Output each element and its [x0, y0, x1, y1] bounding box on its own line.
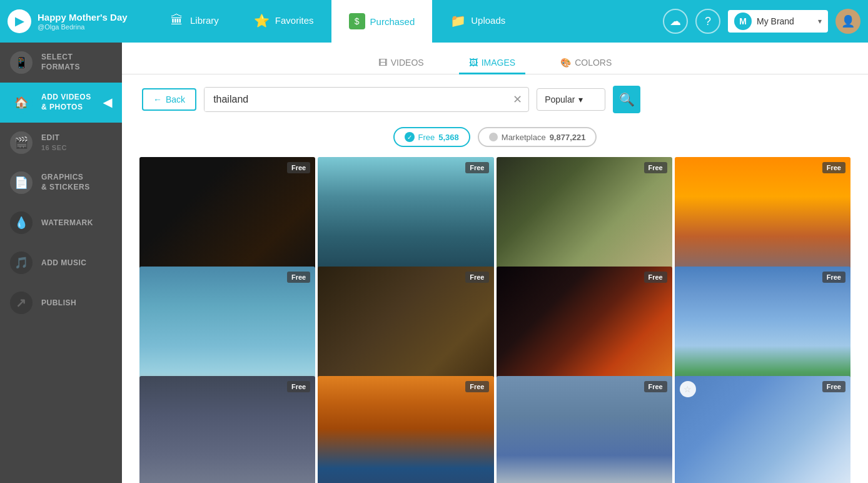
uploads-icon: 📁 [450, 13, 466, 29]
videos-tab-icon: 🎞 [378, 58, 387, 68]
clear-search-button[interactable]: ✕ [507, 93, 528, 106]
graphics-icon: 📄 [10, 171, 33, 194]
tab-library-label: Library [190, 15, 219, 26]
free-label: Free [418, 133, 435, 142]
select-formats-label: SELECT FORMATS [41, 53, 80, 72]
favorite-star-button-12[interactable]: ☆ [680, 381, 696, 397]
sidebar-item-publish[interactable]: ↗ PUBLISH [0, 283, 122, 323]
free-check-icon: ✓ [405, 132, 415, 142]
brand-name: My Brand [757, 16, 813, 26]
help-icon: ? [705, 15, 711, 28]
image-item-11[interactable]: Free [497, 376, 672, 483]
help-button[interactable]: ? [695, 9, 720, 34]
app-logo-icon: ▶ [8, 9, 31, 33]
marketplace-dot-icon [489, 133, 498, 141]
tab-images[interactable]: 🖼 IMAGES [459, 53, 525, 74]
brand-initial: M [734, 13, 752, 30]
sidebar: 📱 SELECT FORMATS 🏠 ADD VIDEOS & PHOTOS ◀… [0, 43, 122, 483]
edit-label: EDIT 16 sec [41, 133, 67, 152]
user-avatar[interactable]: 👤 [835, 9, 860, 34]
image-grid: Free Free Free Free Free Free Free Fre [122, 157, 868, 483]
free-badge-5: Free [287, 272, 310, 283]
tab-library[interactable]: 🏛 Library [151, 0, 236, 43]
tab-videos[interactable]: 🎞 VIDEOS [368, 53, 434, 74]
colors-tab-label: COLORS [575, 58, 612, 68]
favorites-icon: ⭐ [254, 13, 270, 29]
free-badge-6: Free [465, 272, 488, 283]
publish-icon: ↗ [10, 292, 33, 314]
tab-uploads-label: Uploads [471, 15, 505, 26]
marketplace-count: 9,877,221 [550, 133, 586, 142]
cloud-button[interactable]: ☁ [663, 9, 688, 34]
library-icon: 🏛 [169, 13, 185, 29]
tab-purchased-label: Purchased [370, 16, 415, 27]
brand-logo: ▶ Happy Mother's Day @Olga Bedrina [8, 9, 151, 33]
free-badge-9: Free [287, 381, 310, 392]
free-badge-8: Free [822, 272, 845, 283]
marketplace-label: Marketplace [502, 133, 546, 142]
filter-marketplace[interactable]: Marketplace 9,877,221 [478, 127, 597, 147]
sidebar-item-add-videos[interactable]: 🏠 ADD VIDEOS & PHOTOS ◀ [0, 83, 122, 123]
search-area: ← Back ✕ Popular ▾ 🔍 [122, 74, 868, 125]
top-nav: ▶ Happy Mother's Day @Olga Bedrina 🏛 Lib… [0, 0, 868, 43]
nav-tabs: 🏛 Library ⭐ Favorites $ Purchased 📁 Uplo… [151, 0, 663, 43]
app-title-group: Happy Mother's Day @Olga Bedrina [38, 12, 128, 31]
publish-label: PUBLISH [41, 298, 76, 307]
add-videos-icon: 🏠 [10, 91, 33, 114]
free-badge-12: Free [822, 381, 845, 392]
free-badge-2: Free [465, 162, 488, 173]
sidebar-item-edit[interactable]: 🎬 EDIT 16 sec [0, 123, 122, 163]
sort-dropdown[interactable]: Popular ▾ [537, 88, 605, 111]
select-formats-icon: 📱 [10, 51, 33, 74]
tab-favorites-label: Favorites [275, 15, 314, 26]
images-tab-icon: 🖼 [469, 58, 478, 68]
sidebar-item-add-music[interactable]: 🎵 ADD MUSIC [0, 243, 122, 283]
chevron-down-icon: ▾ [818, 17, 822, 26]
tab-favorites[interactable]: ⭐ Favorites [236, 0, 331, 43]
brand-selector[interactable]: M My Brand ▾ [728, 10, 828, 33]
image-item-9[interactable]: Free [139, 376, 315, 483]
filter-free[interactable]: ✓ Free 5,368 [393, 127, 470, 147]
nav-right: ☁ ? M My Brand ▾ 👤 [663, 9, 860, 34]
search-box: ✕ [204, 87, 529, 112]
app-subtitle: @Olga Bedrina [38, 23, 128, 31]
add-music-label: ADD MUSIC [41, 258, 87, 267]
image-item-12[interactable]: ☆ Free ADD PREVIEW [675, 376, 850, 483]
app-title: Happy Mother's Day [38, 12, 128, 23]
cloud-icon: ☁ [670, 14, 681, 28]
videos-tab-label: VIDEOS [391, 58, 424, 68]
graphics-label: GRAPHICS & STICKERS [41, 173, 90, 192]
content-area: 🎞 VIDEOS 🖼 IMAGES 🎨 COLORS ← Back ✕ [122, 43, 868, 483]
sidebar-item-select-formats[interactable]: 📱 SELECT FORMATS [0, 43, 122, 83]
sort-chevron-icon: ▾ [578, 94, 583, 104]
back-button[interactable]: ← Back [142, 88, 196, 111]
arrow-icon: ◀ [103, 96, 113, 109]
free-badge-4: Free [822, 162, 845, 173]
filter-row: ✓ Free 5,368 Marketplace 9,877,221 [122, 125, 868, 157]
sidebar-item-graphics[interactable]: 📄 GRAPHICS & STICKERS [0, 163, 122, 203]
watermark-icon: 💧 [10, 211, 33, 234]
search-icon: 🔍 [619, 92, 635, 107]
image-item-10[interactable]: Free [318, 376, 493, 483]
content-tabs: 🎞 VIDEOS 🖼 IMAGES 🎨 COLORS [122, 43, 868, 74]
music-icon: 🎵 [10, 252, 33, 274]
back-label: Back [166, 94, 185, 104]
tab-purchased[interactable]: $ Purchased [331, 0, 433, 43]
search-button[interactable]: 🔍 [613, 86, 640, 113]
free-count: 5,368 [438, 133, 459, 142]
watermark-label: WATERMARK [41, 218, 93, 227]
colors-tab-icon: 🎨 [560, 58, 571, 68]
tab-colors[interactable]: 🎨 COLORS [550, 53, 622, 74]
sort-label: Popular [545, 94, 575, 104]
free-badge-11: Free [644, 381, 667, 392]
purchased-icon: $ [349, 13, 365, 29]
tab-uploads[interactable]: 📁 Uploads [432, 0, 523, 43]
main-layout: 📱 SELECT FORMATS 🏠 ADD VIDEOS & PHOTOS ◀… [0, 43, 868, 483]
free-badge-7: Free [644, 272, 667, 283]
free-badge-3: Free [644, 162, 667, 173]
add-videos-label: ADD VIDEOS & PHOTOS [41, 93, 91, 112]
search-input[interactable] [204, 88, 507, 111]
edit-icon: 🎬 [10, 131, 33, 154]
free-badge-10: Free [465, 381, 488, 392]
sidebar-item-watermark[interactable]: 💧 WATERMARK [0, 203, 122, 243]
